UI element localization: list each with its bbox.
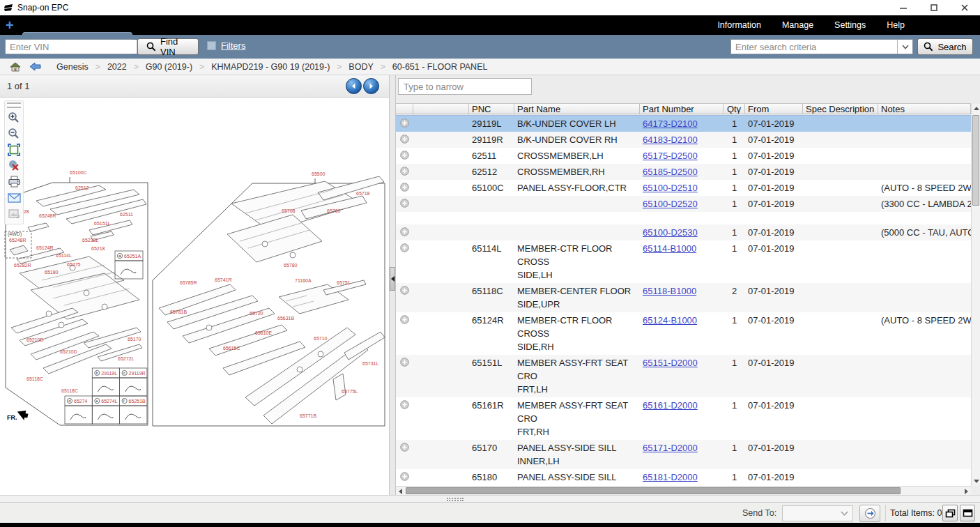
legend-part-label[interactable]: 65274L <box>101 399 117 404</box>
menu-item-manage[interactable]: Manage <box>782 20 813 30</box>
part-number-link[interactable]: 64173-D2100 <box>643 119 698 129</box>
diagram-part-label[interactable]: 65720 <box>250 311 263 316</box>
splitter-handle[interactable] <box>390 267 395 291</box>
drag-handle-icon[interactable] <box>7 102 21 108</box>
breadcrumb-item[interactable]: G90 (2019-) <box>146 62 192 72</box>
diagram-part-label[interactable]: 65751 <box>337 280 351 285</box>
diagram-part-label[interactable]: 65275 <box>67 262 81 267</box>
part-number-link[interactable]: 65100-D2510 <box>643 183 698 193</box>
minimize-button[interactable] <box>888 0 919 15</box>
menu-item-help[interactable]: Help <box>887 20 905 30</box>
expand-row-icon[interactable] <box>400 315 409 324</box>
table-row[interactable]: 62512CROSSMEMBER,RH65185-D2500107-01-201… <box>396 164 971 180</box>
parts-diagram[interactable]: 65100C625126251122865248R65151L65238L652… <box>0 98 389 495</box>
diagram-part-label[interactable]: 71160A <box>295 278 312 283</box>
legend-part-label[interactable]: 65251A <box>124 254 141 259</box>
find-vin-button[interactable]: Find VIN <box>137 38 199 55</box>
diagram-part-label[interactable]: 65785R <box>180 280 197 285</box>
part-number-link[interactable]: 65185-D2500 <box>643 167 698 177</box>
close-button[interactable] <box>949 0 980 15</box>
expand-row-icon[interactable] <box>400 183 409 192</box>
back-arrow-icon[interactable] <box>29 62 41 71</box>
table-row[interactable]: 65100-D2530107-01-2019(5000 CC - TAU, AU… <box>396 224 971 240</box>
scroll-up-icon[interactable] <box>972 104 980 113</box>
diagram-part-label[interactable]: 65760 <box>327 208 341 213</box>
panel-splitter[interactable] <box>389 75 396 495</box>
table-row[interactable]: 65100CPANEL ASSY-FLOOR,CTR65100-D2510107… <box>396 180 971 196</box>
part-number-link[interactable]: 65118-B1000 <box>643 286 696 296</box>
filters-checkbox[interactable] <box>207 41 216 50</box>
diagram-part-label[interactable]: 65731L <box>362 361 378 366</box>
diagram-part-label[interactable]: 65610E <box>255 330 272 335</box>
diagram-part-label[interactable]: 65124R <box>36 245 54 250</box>
diagram-part-label[interactable]: 65771B <box>300 413 316 418</box>
expand-row-icon[interactable] <box>400 243 409 252</box>
print-button[interactable] <box>6 174 22 190</box>
diagram-part-label[interactable]: 65780 <box>284 263 298 268</box>
send-to-dropdown[interactable] <box>782 505 853 521</box>
part-number-link[interactable]: 65100-D2530 <box>643 227 698 238</box>
part-number-link[interactable]: 65114-B1000 <box>643 243 696 254</box>
diagram-part-label[interactable]: 65118C <box>26 376 43 381</box>
expand-row-icon[interactable] <box>400 227 409 236</box>
part-number-link[interactable]: 65100-D2520 <box>643 199 698 209</box>
diagram-part-label[interactable]: 62512 <box>75 185 89 190</box>
search-button[interactable]: Search <box>917 38 973 55</box>
table-row[interactable]: 65118CMEMBER-CENTER FLOOR SIDE,UPR65118-… <box>396 283 971 312</box>
send-to-go-button[interactable] <box>859 505 880 522</box>
column-header-part-name[interactable]: Part Name <box>514 104 640 114</box>
table-row[interactable]: 65124RMEMBER-CTR FLOOR CROSS SIDE,RH6512… <box>396 312 971 355</box>
expand-row-icon[interactable] <box>400 358 409 367</box>
menu-item-settings[interactable]: Settings <box>834 20 866 30</box>
diagram-part-label[interactable]: 65718 <box>356 191 370 196</box>
column-header-spec-description[interactable]: Spec Description <box>803 104 878 114</box>
previous-page-button[interactable] <box>346 78 362 94</box>
home-icon[interactable] <box>10 62 21 72</box>
diagram-part-label[interactable]: (4WD) <box>8 231 22 237</box>
diagram-part-label[interactable]: 65151L <box>94 221 110 226</box>
part-number-link[interactable]: 65181-D2000 <box>643 472 698 482</box>
column-header-pnc[interactable]: PNC <box>469 104 514 114</box>
diagram-part-label[interactable]: 65282R <box>14 263 31 268</box>
next-page-button[interactable] <box>363 78 379 94</box>
fit-to-window-button[interactable] <box>6 142 22 158</box>
expand-row-icon[interactable] <box>400 135 409 144</box>
single-window-button[interactable] <box>960 505 975 521</box>
diagram-part-label[interactable]: 65218 <box>91 246 105 251</box>
horizontal-scrollbar[interactable] <box>396 486 971 495</box>
diagram-part-label[interactable]: 65272L <box>118 356 134 361</box>
breadcrumb-item[interactable]: BODY <box>349 62 373 72</box>
parts-table-header[interactable]: PNCPart NamePart NumberQtyFromSpec Descr… <box>396 103 971 114</box>
diagram-part-label[interactable]: 65615C <box>223 346 240 351</box>
expand-row-icon[interactable] <box>400 472 409 481</box>
expand-row-icon[interactable] <box>400 400 409 409</box>
diagram-part-label[interactable]: 65708 <box>282 208 296 213</box>
diagram-part-label[interactable]: 65100C <box>70 170 87 175</box>
legend-part-label[interactable]: 29119R <box>129 371 146 376</box>
table-row[interactable]: 65114LMEMBER-CTR FLOOR CROSS SIDE,LH6511… <box>396 240 971 283</box>
legend-part-label[interactable]: 29119L <box>101 371 117 376</box>
part-number-link[interactable]: 65161-D2000 <box>643 400 698 411</box>
breadcrumb-item[interactable]: Genesis <box>56 62 89 72</box>
filters-link[interactable]: Filters <box>221 40 245 51</box>
column-header-notes[interactable]: Notes <box>878 104 971 114</box>
breadcrumb-item[interactable]: KHMAPD219 - G90 19 (2019-) <box>211 62 330 72</box>
scroll-down-icon[interactable] <box>972 477 980 486</box>
breadcrumb-item[interactable]: 2022 <box>107 62 127 72</box>
new-tab-button[interactable]: + <box>6 17 14 33</box>
diagram-part-label[interactable]: 65210D <box>26 337 44 342</box>
email-button[interactable] <box>6 190 22 206</box>
column-header-blank[interactable] <box>396 104 413 114</box>
maximize-button[interactable] <box>919 0 949 15</box>
table-row[interactable]: 29119RB/K-UNDER COVER RH64183-D2100107-0… <box>396 132 971 148</box>
column-header-from[interactable]: From <box>745 104 803 114</box>
diagram-part-label[interactable]: 62511 <box>120 212 133 217</box>
part-number-link[interactable]: 65171-D2000 <box>643 443 698 453</box>
splitter-dots-handle[interactable] <box>447 498 464 501</box>
table-row[interactable]: 65180PANEL ASSY-SIDE SILL INNER,RH65181-… <box>396 469 971 486</box>
vin-input[interactable] <box>6 40 137 54</box>
horizontal-scroll-thumb[interactable] <box>406 487 901 494</box>
legend-part-label[interactable]: 65274 <box>74 399 88 404</box>
diagram-part-label[interactable]: 65118C <box>61 388 78 393</box>
diagram-part-label[interactable]: 65710 <box>314 336 328 341</box>
